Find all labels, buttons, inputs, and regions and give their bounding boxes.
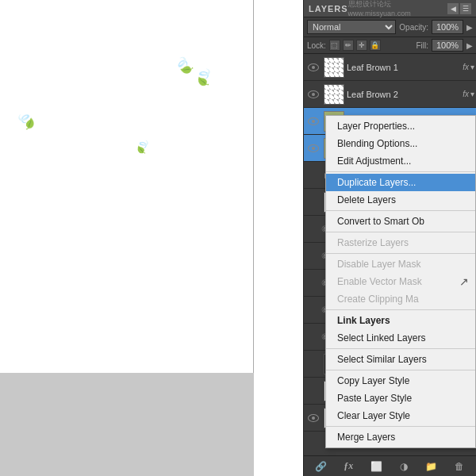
ctx-select-similar-layers[interactable]: Select Similar Layers: [326, 351, 475, 368]
opacity-label: Opacity:: [399, 23, 428, 32]
panel-header: LAYERS 思想设计论坛 www.missyuan.com ◀ ☰: [304, 0, 476, 17]
visibility-eye-icon: [308, 90, 319, 98]
visibility-eye-icon: [308, 414, 319, 422]
leaf-decoration-4: 🍃: [132, 136, 153, 157]
ctx-rasterize-layers[interactable]: Rasterize Layers: [326, 234, 475, 251]
ctx-paste-layer-style[interactable]: Paste Layer Style: [326, 390, 475, 407]
blend-opacity-row: Normal Opacity: ▶: [304, 17, 476, 37]
layer-thumbnail: [324, 57, 344, 78]
ctx-delete-layers[interactable]: Delete Layers: [326, 191, 475, 209]
visibility-eye-icon: [308, 63, 319, 71]
blend-mode-select[interactable]: Normal: [307, 20, 396, 34]
ctx-link-layers[interactable]: Link Layers: [326, 312, 475, 329]
ctx-enable-vector-mask[interactable]: Enable Vector Mask: [326, 273, 475, 290]
lock-fill-row: Lock: ⬚ ✏ ✛ 🔒 Fill: ▶: [304, 37, 476, 54]
canvas-area: 🍃 🍃 🍃 🍃: [0, 0, 254, 476]
ctx-clear-layer-style[interactable]: Clear Layer Style: [326, 407, 475, 424]
panel-title: LAYERS: [309, 4, 348, 13]
layer-thumbnail: [324, 84, 344, 105]
layer-visibility-toggle[interactable]: [305, 54, 321, 81]
lock-label: Lock:: [307, 41, 326, 50]
panel-collapse-button[interactable]: ◀: [447, 3, 459, 14]
lock-transparent-button[interactable]: ⬚: [329, 40, 340, 51]
adjustment-button[interactable]: ◑: [396, 459, 412, 474]
lock-all-button[interactable]: 🔒: [370, 40, 381, 51]
layer-visibility-toggle[interactable]: [305, 108, 321, 135]
layer-visibility-toggle[interactable]: [305, 324, 321, 351]
panel-controls: ◀ ☰: [447, 3, 471, 14]
lock-paint-button[interactable]: ✏: [343, 40, 354, 51]
ctx-separator: [326, 370, 475, 370]
ctx-duplicate-layers[interactable]: Duplicate Layers... ↗: [326, 174, 475, 191]
layer-row[interactable]: Leaf Brown 1 fx ▾: [304, 54, 476, 81]
delete-layer-button[interactable]: 🗑: [451, 459, 467, 474]
layer-visibility-toggle[interactable]: [305, 351, 321, 378]
layer-visibility-toggle[interactable]: [305, 270, 321, 297]
visibility-eye-icon: [308, 144, 319, 152]
layer-fx-arrow: ▾: [470, 90, 474, 98]
ctx-convert-smart[interactable]: Convert to Smart Ob: [326, 213, 475, 230]
fx-button[interactable]: ƒx: [340, 459, 356, 474]
ctx-disable-layer-mask[interactable]: Disable Layer Mask: [326, 255, 475, 273]
ctx-copy-layer-style[interactable]: Copy Layer Style: [326, 372, 475, 390]
ctx-separator: [326, 348, 475, 349]
ctx-separator: [326, 309, 475, 310]
layer-visibility-toggle[interactable]: [305, 378, 321, 405]
panel-menu-button[interactable]: ☰: [460, 3, 471, 14]
leaf-decoration-3: 🍃: [12, 107, 40, 135]
layer-name: Leaf Brown 1: [347, 63, 463, 72]
ctx-separator: [326, 171, 475, 172]
layer-visibility-toggle[interactable]: [305, 405, 321, 432]
ctx-separator: [326, 210, 475, 211]
panel-watermark: 思想设计论坛 www.missyuan.com: [348, 0, 447, 17]
layer-fx-badge: fx: [463, 90, 469, 98]
ctx-select-linked-layers[interactable]: Select Linked Layers: [326, 329, 475, 347]
cursor-icon: ↗: [459, 275, 469, 288]
ctx-merge-layers[interactable]: Merge Layers: [326, 428, 475, 446]
layer-visibility-toggle[interactable]: [305, 297, 321, 324]
fill-arrow[interactable]: ▶: [466, 41, 473, 50]
context-menu: Layer Properties... Blending Options... …: [325, 115, 476, 448]
layer-visibility-toggle[interactable]: [305, 135, 321, 162]
ctx-separator: [326, 426, 475, 427]
layer-fx-arrow: ▾: [470, 63, 474, 71]
layer-visibility-toggle[interactable]: [305, 81, 321, 108]
layer-visibility-toggle[interactable]: [305, 216, 321, 243]
layer-visibility-toggle[interactable]: [305, 243, 321, 270]
layer-row[interactable]: Leaf Brown 2 fx ▾: [304, 81, 476, 108]
panel-footer: 🔗 ƒx ⬜ ◑ 📁 🗑: [304, 455, 476, 476]
layer-visibility-toggle[interactable]: [305, 162, 321, 189]
opacity-arrow[interactable]: ▶: [466, 23, 473, 32]
ctx-create-clipping-mask[interactable]: Create Clipping Ma: [326, 290, 475, 308]
new-group-button[interactable]: 📁: [424, 459, 440, 474]
layer-name: Leaf Brown 2: [347, 90, 463, 99]
ctx-separator: [326, 232, 475, 232]
ctx-layer-properties[interactable]: Layer Properties...: [326, 117, 475, 135]
add-mask-button[interactable]: ⬜: [368, 459, 384, 474]
link-layers-button[interactable]: 🔗: [313, 459, 328, 474]
ctx-blending-options[interactable]: Blending Options...: [326, 135, 475, 152]
opacity-input[interactable]: [432, 20, 463, 34]
ctx-separator: [326, 253, 475, 254]
canvas-gray-area: [0, 373, 254, 476]
fill-label: Fill:: [416, 41, 428, 50]
ctx-edit-adjustment[interactable]: Edit Adjustment...: [326, 152, 475, 170]
lock-move-button[interactable]: ✛: [356, 40, 367, 51]
layer-fx-badge: fx: [463, 63, 469, 71]
layer-visibility-toggle[interactable]: [305, 189, 321, 216]
fill-input[interactable]: [432, 39, 463, 52]
visibility-eye-icon: [308, 117, 319, 125]
leaf-decoration-2: 🍃: [192, 65, 216, 89]
lock-icons: ⬚ ✏ ✛ 🔒: [329, 40, 381, 51]
